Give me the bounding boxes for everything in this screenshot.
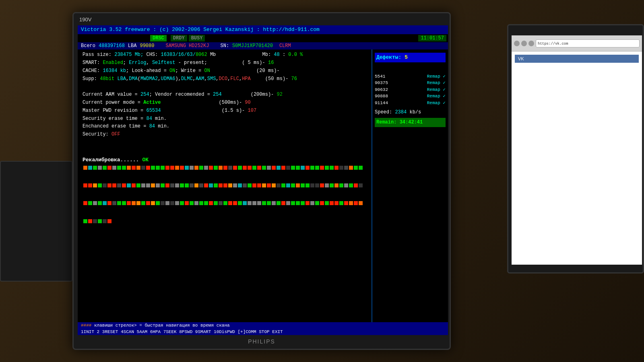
scan-block	[170, 166, 174, 170]
scan-block	[248, 201, 252, 205]
function-keys-bar: 1INIT 2 3RESET 4SCAN 5AAM 6HPA 7SEEK 8PS…	[78, 329, 448, 335]
scan-block	[223, 183, 227, 187]
scan-block	[267, 166, 271, 170]
scan-block	[325, 183, 329, 187]
pwd-line: Master PWD revision = 65534 (1.5 s)- 107	[83, 107, 367, 115]
vsego-val: 488397168	[99, 43, 125, 49]
scan-block	[248, 166, 252, 170]
scan-block	[117, 166, 121, 170]
browser-forward-btn[interactable]	[521, 41, 527, 46]
scan-block	[238, 201, 242, 205]
nav-hint: #### клавиши стрелок> = быстрая навигаци…	[78, 322, 448, 329]
desk-item-left	[0, 161, 72, 282]
scan-block	[223, 201, 227, 205]
scan-block	[281, 183, 285, 187]
remap-item: 90632Remap ✓	[375, 86, 446, 93]
scan-block	[219, 183, 223, 187]
scan-block	[228, 201, 232, 205]
scan-block	[161, 166, 165, 170]
remap-action: Remap ✓	[427, 73, 446, 80]
scan-block	[194, 166, 198, 170]
aam-line: Current AAM value = 254; Vendor recomend…	[83, 91, 367, 99]
scan-block	[141, 166, 145, 170]
time-badge: 11:01:57	[418, 35, 446, 41]
scan-block	[257, 183, 261, 187]
scan-block	[190, 166, 194, 170]
scan-block	[122, 166, 126, 170]
bottom-bar: #### клавиши стрелок> = быстрая навигаци…	[78, 322, 448, 335]
scan-block	[320, 183, 324, 187]
scan-block	[93, 183, 97, 187]
scan-block	[112, 166, 116, 170]
scan-block	[151, 201, 155, 205]
scan-block	[305, 201, 310, 205]
scan-block	[310, 201, 314, 205]
site-title: VK	[518, 56, 524, 61]
scan-block	[243, 166, 247, 170]
scan-block	[286, 183, 290, 187]
scan-block	[132, 183, 136, 187]
scan-block	[141, 201, 145, 205]
smart-line: SMART: Enabled; Errlog, Selftest - prese…	[83, 59, 367, 67]
scan-block	[219, 201, 223, 205]
scan-block	[310, 183, 314, 187]
scan-block	[349, 183, 353, 187]
scan-block	[98, 201, 102, 205]
speed-label: Speed:	[375, 109, 392, 115]
scan-block	[132, 201, 136, 205]
main-monitor: 190V Victoria 3.52 freeware : (c) 2002-2…	[72, 12, 451, 350]
defects-label: Дефекты:	[376, 54, 401, 60]
remap-lba: 90888	[375, 93, 388, 100]
security-line: Security: OFF	[83, 131, 367, 139]
scan-block	[165, 166, 169, 170]
scan-block	[334, 166, 339, 170]
scan-block	[286, 201, 290, 205]
scan-block	[107, 219, 111, 223]
scan-block	[349, 201, 353, 205]
scan-block	[359, 166, 363, 170]
scan-block	[165, 201, 169, 205]
scan-block	[204, 166, 208, 170]
scan-block	[88, 183, 92, 187]
scan-block	[281, 166, 285, 170]
scan-block	[93, 219, 97, 223]
scan-block	[209, 183, 213, 187]
scan-block	[199, 166, 203, 170]
remap-lba: 91144	[375, 100, 388, 107]
model-label: SAMSUNG HD252KJ	[165, 43, 209, 49]
scan-block	[228, 183, 232, 187]
scan-block	[325, 166, 329, 170]
defects-bar: Дефекты: 5	[375, 53, 446, 62]
scan-block	[117, 201, 121, 205]
scan-block	[252, 183, 256, 187]
remap-item: 5541Remap ✓	[375, 73, 446, 80]
scan-block	[339, 166, 343, 170]
browser-refresh-btn[interactable]	[528, 41, 534, 46]
scan-block	[301, 201, 305, 205]
scan-block	[291, 166, 295, 170]
scan-block	[214, 166, 218, 170]
scan-block	[214, 201, 218, 205]
scan-block	[334, 201, 339, 205]
scan-block	[185, 166, 189, 170]
scan-block	[88, 166, 92, 170]
scan-block	[310, 166, 314, 170]
browser-back-btn[interactable]	[514, 41, 520, 46]
scan-block	[204, 183, 208, 187]
scan-block	[296, 183, 300, 187]
scan-block	[103, 219, 107, 223]
browser-content: VK	[512, 51, 642, 265]
scan-block	[180, 166, 184, 170]
scan-block	[185, 183, 189, 187]
function-keys-text: 1INIT 2 3RESET 4SCAN 5AAM 6HPA 7SEEK 8PS…	[81, 329, 283, 334]
browser-url-bar[interactable]: https://vk.com	[536, 39, 640, 47]
lba-val: 99080	[140, 43, 154, 49]
scan-block	[339, 183, 343, 187]
scan-block	[315, 166, 319, 170]
scan-block	[180, 183, 184, 187]
scan-block	[83, 183, 87, 187]
scan-block	[122, 201, 126, 205]
scan-block	[146, 183, 150, 187]
scan-block	[233, 166, 237, 170]
scan-block	[330, 201, 334, 205]
